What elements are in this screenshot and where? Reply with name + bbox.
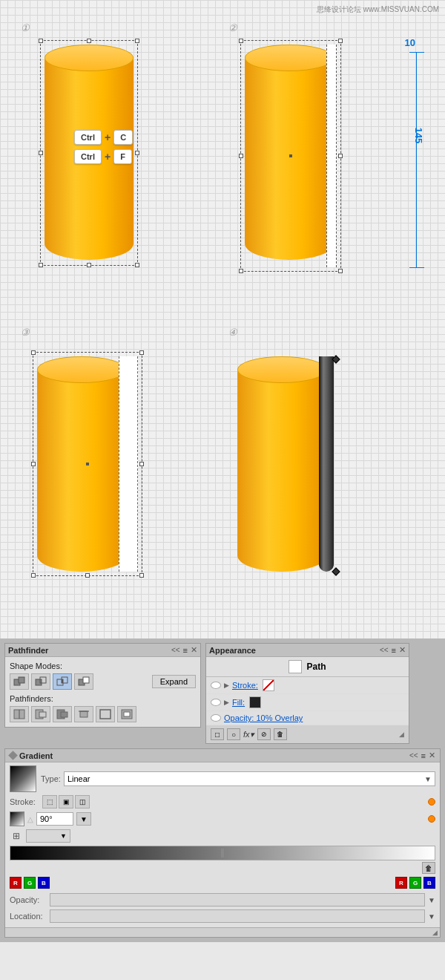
svg-rect-15 (80, 711, 88, 717)
stop-red-right[interactable]: R (395, 877, 407, 889)
app-link-icon[interactable]: ⊘ (257, 728, 271, 740)
stop-green-left[interactable]: G (24, 877, 36, 889)
gradient-bar[interactable] (10, 846, 435, 860)
appearance-title: Appearance (209, 646, 256, 655)
step4-area: ④ (222, 319, 430, 616)
intersect-icon[interactable] (53, 673, 72, 690)
handle-mr (135, 151, 139, 155)
plus2: + (105, 151, 111, 163)
type-dropdown-arrow: ▼ (424, 775, 432, 783)
dim-h-line-top (409, 52, 424, 53)
gradient-panel: Gradient << ≡ ✕ Type: Linear (4, 748, 441, 938)
appearance-path-label: Path (306, 662, 326, 672)
minus-front-icon[interactable] (31, 673, 50, 690)
dim-h-value: 10 (405, 37, 415, 48)
handle-tr (135, 39, 139, 43)
step2-number: ② (228, 22, 237, 33)
appearance-panel: Appearance << ≡ ✕ Path ▶ Stroke: (205, 643, 409, 744)
selection-box-s2 (240, 40, 341, 272)
minus-back-icon[interactable] (117, 706, 136, 722)
grad-delete-row: 🗑 (10, 862, 435, 874)
kbd-c: C (113, 130, 133, 145)
app-trash-icon[interactable]: 🗑 (274, 728, 287, 740)
gradient-diamond-icon (8, 751, 18, 760)
gradient-thumb[interactable] (10, 765, 36, 792)
expand-button[interactable]: Expand (152, 675, 196, 688)
stroke-eye-icon[interactable] (211, 682, 221, 689)
appearance-bottom-bar: □ ○ fx▾ ⊘ 🗑 ◢ (206, 725, 409, 743)
pathfinder-collapse[interactable]: << (171, 646, 180, 654)
pathfinder-close[interactable]: ✕ (191, 645, 197, 655)
location-input[interactable] (50, 909, 425, 923)
gradient-type-row: Type: Linear ▼ (10, 765, 435, 792)
fill-arrow-icon: ▶ (224, 699, 229, 706)
app-square-icon[interactable]: □ (211, 728, 224, 740)
angle-row-div: △ 90° ▼ (10, 811, 435, 826)
gradient-header: Gradient << ≡ ✕ (5, 749, 440, 762)
gradient-menu[interactable]: ≡ (421, 751, 426, 760)
fill-link[interactable]: Fill: (232, 698, 245, 707)
fill-eye-icon[interactable] (211, 699, 221, 706)
grid-icon[interactable]: ⊞ (10, 829, 23, 843)
svg-rect-14 (61, 712, 67, 717)
stroke-label-grad: Stroke: (10, 797, 39, 806)
stroke-btn1[interactable]: ⬚ (42, 795, 57, 808)
angle-arrow: △ (27, 815, 33, 823)
app-resize-handle: ◢ (399, 731, 404, 738)
location-grad-row: Location: ▼ (10, 909, 435, 923)
svg-rect-6 (62, 679, 63, 683)
opacity-eye-icon[interactable] (211, 714, 221, 722)
appearance-menu[interactable]: ≡ (392, 646, 396, 655)
exclude-icon[interactable] (74, 673, 93, 690)
gradient-collapse[interactable]: << (409, 751, 418, 760)
step3-number: ③ (21, 327, 30, 338)
diamond-handle-bottom (332, 567, 340, 575)
opacity-grad-label: Opacity: (10, 895, 47, 904)
shape-modes-label: Shape Modes: (10, 662, 196, 670)
gradient-midpoint[interactable] (221, 849, 224, 858)
appearance-close[interactable]: ✕ (399, 645, 406, 655)
angle-dropdown[interactable]: ▼ (76, 812, 91, 826)
fx-button[interactable]: fx▾ (243, 730, 254, 739)
pathfinder-menu[interactable]: ≡ (183, 646, 188, 655)
type-label: Type: (41, 774, 61, 783)
trim-icon[interactable] (31, 706, 50, 722)
stroke-swatch[interactable] (263, 679, 274, 691)
stop-green-right[interactable]: G (409, 877, 421, 889)
stroke-link[interactable]: Stroke: (232, 681, 258, 690)
outline-icon[interactable] (96, 706, 115, 722)
crop-icon[interactable] (74, 706, 93, 722)
divide-icon[interactable] (10, 706, 29, 722)
grad-delete-icon[interactable]: 🗑 (422, 862, 435, 874)
appearance-collapse[interactable]: << (380, 646, 389, 654)
handle-tm (87, 39, 91, 43)
kbd-ctrl1: Ctrl (74, 130, 102, 145)
svg-rect-17 (100, 710, 111, 719)
icon-dropdown[interactable]: ▼ (26, 829, 70, 843)
appearance-path-row: Path (206, 657, 409, 677)
kbd-ctrl2: Ctrl (74, 149, 102, 164)
gradient-swatch-small[interactable] (10, 811, 24, 826)
dim-h-line-bottom (409, 267, 424, 268)
stroke-btn2[interactable]: ▣ (59, 795, 73, 808)
keyboard-shortcuts: Ctrl + C Ctrl + F (74, 130, 133, 169)
merge-icon[interactable] (53, 706, 72, 722)
angle-input[interactable]: 90° (36, 812, 73, 826)
location-label: Location: (10, 912, 47, 921)
stop-blue-left[interactable]: B (38, 877, 50, 889)
gradient-close[interactable]: ✕ (429, 751, 435, 760)
fill-swatch[interactable] (249, 696, 261, 708)
black-strip-s4 (319, 356, 334, 572)
unite-icon[interactable] (10, 673, 29, 690)
type-select[interactable]: Linear ▼ (64, 771, 435, 786)
pathfinder-panel: Pathfinder << ≡ ✕ Shape Modes: (4, 643, 201, 728)
gradient-resize: ◢ (432, 929, 438, 936)
opacity-link[interactable]: Opacity: 10% Overlay (224, 713, 303, 722)
handle-bl (39, 263, 43, 267)
gradient-bottom-bar: ◢ (5, 927, 440, 937)
opacity-grad-input[interactable] (50, 893, 425, 906)
stop-red-left[interactable]: R (10, 877, 22, 889)
stop-blue-right[interactable]: B (423, 877, 435, 889)
app-circle-icon[interactable]: ○ (227, 728, 240, 740)
stroke-btn3[interactable]: ◫ (75, 795, 90, 808)
